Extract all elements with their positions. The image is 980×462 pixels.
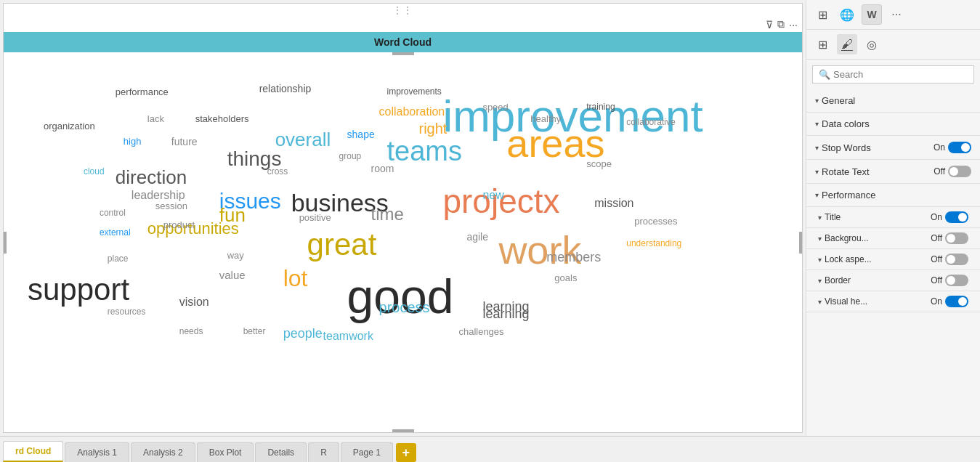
- border-toggle[interactable]: [945, 275, 968, 286]
- word-room[interactable]: room: [371, 163, 394, 174]
- tab-page-1[interactable]: Page 1: [341, 442, 393, 462]
- lock-aspect-toggle[interactable]: [945, 254, 968, 265]
- word-external[interactable]: external: [100, 227, 131, 238]
- drag-handle[interactable]: ⋮⋮: [4, 4, 802, 17]
- visual-header-toggle[interactable]: [945, 296, 968, 307]
- word-time[interactable]: time: [371, 204, 404, 224]
- search-box[interactable]: 🔍: [812, 65, 974, 84]
- word-support[interactable]: support: [28, 272, 129, 307]
- word-goals[interactable]: goals: [554, 272, 577, 283]
- word-shape[interactable]: shape: [347, 129, 375, 140]
- word-people[interactable]: people: [283, 326, 323, 341]
- word-speed[interactable]: speed: [482, 102, 508, 113]
- filter-icon[interactable]: ⊽: [766, 19, 773, 31]
- word-scope[interactable]: scope: [586, 158, 612, 169]
- focus-mode-icon[interactable]: ⧉: [777, 18, 785, 31]
- word-better[interactable]: better: [243, 326, 266, 336]
- word-learning[interactable]: learning: [482, 299, 529, 315]
- chevron-icon: ▾: [818, 277, 822, 285]
- globe-icon[interactable]: 🌐: [837, 4, 857, 25]
- lock-aspect-label: Lock aspe...: [825, 254, 872, 264]
- search-input[interactable]: [833, 69, 968, 80]
- rotate-text-toggle[interactable]: [948, 166, 971, 177]
- word-needs[interactable]: needs: [179, 326, 203, 336]
- format-icon[interactable]: 🖌: [837, 34, 857, 54]
- word-new[interactable]: new: [482, 189, 503, 202]
- word-way[interactable]: way: [227, 250, 244, 261]
- section-data-colors-header[interactable]: ▾ Data colors: [806, 113, 980, 135]
- stop-words-toggle[interactable]: [948, 142, 971, 153]
- section-background: ▾ Backgrou... Off: [806, 228, 980, 249]
- word-collaboration[interactable]: collaboration: [379, 105, 445, 118]
- word-improvements[interactable]: improvements: [387, 86, 442, 97]
- rotate-text-thumb: [949, 167, 958, 176]
- word-resources[interactable]: resources: [108, 307, 146, 317]
- section-stop-words-label: Stop Words: [822, 142, 871, 153]
- word-lot[interactable]: lot: [283, 265, 308, 292]
- word-teams[interactable]: teams: [387, 136, 462, 167]
- word-cross[interactable]: cross: [267, 166, 288, 177]
- word-understanding[interactable]: understanding: [626, 238, 681, 248]
- word-process[interactable]: process: [379, 299, 430, 316]
- word-challenges[interactable]: challenges: [458, 326, 503, 337]
- more-options-icon[interactable]: ···: [789, 19, 798, 31]
- word-value[interactable]: value: [219, 269, 246, 281]
- analytics-icon[interactable]: ◎: [862, 34, 882, 54]
- word-group[interactable]: group: [339, 151, 362, 161]
- w-icon[interactable]: W: [862, 4, 882, 25]
- section-performance-header[interactable]: ▾ Performance: [806, 184, 980, 206]
- word-product[interactable]: product: [163, 219, 195, 230]
- word-overall[interactable]: overall: [275, 129, 331, 151]
- word-vision[interactable]: vision: [179, 296, 209, 309]
- table-view-icon[interactable]: ⊞: [812, 4, 833, 25]
- tab-analysis-2[interactable]: Analysis 2: [131, 442, 195, 462]
- word-great[interactable]: great: [307, 227, 377, 262]
- title-toggle[interactable]: [945, 211, 968, 223]
- resize-bottom[interactable]: [392, 429, 414, 432]
- word-control[interactable]: control: [100, 208, 126, 218]
- tab-analysis-1[interactable]: Analysis 1: [65, 442, 129, 462]
- word-lack[interactable]: lack: [147, 113, 164, 124]
- fields-icon[interactable]: ⊞: [812, 34, 833, 54]
- word-mission[interactable]: mission: [594, 197, 633, 210]
- resize-top[interactable]: [392, 52, 414, 55]
- section-rotate-text-header[interactable]: ▾ Rotate Text Off: [806, 160, 980, 183]
- chevron-icon: ▾: [815, 97, 819, 105]
- word-high[interactable]: high: [123, 136, 142, 147]
- section-data-colors: ▾ Data colors: [806, 113, 980, 136]
- word-fun[interactable]: fun: [219, 204, 246, 227]
- word-collaborative[interactable]: collaborative: [626, 117, 675, 127]
- chevron-icon: ▾: [815, 168, 819, 176]
- word-healthy[interactable]: healthy: [530, 113, 561, 124]
- word-future[interactable]: future: [171, 136, 198, 147]
- panel-icons-row2: ⊞ 🖌 ◎: [806, 30, 980, 60]
- word-direction[interactable]: direction: [116, 166, 187, 189]
- lock-aspect-thumb: [947, 255, 955, 264]
- word-cloud[interactable]: cloud: [84, 166, 105, 177]
- word-training[interactable]: training: [586, 102, 615, 112]
- resize-right[interactable]: [799, 232, 802, 254]
- word-stakeholders[interactable]: stakeholders: [195, 113, 249, 124]
- section-stop-words-header[interactable]: ▾ Stop Words On: [806, 136, 980, 159]
- tab-r[interactable]: R: [308, 442, 339, 462]
- word-organization[interactable]: organization: [44, 121, 95, 131]
- word-right[interactable]: right: [418, 121, 447, 137]
- word-teamwork[interactable]: teamwork: [323, 330, 373, 343]
- word-members[interactable]: members: [546, 250, 601, 265]
- tab-word-cloud[interactable]: rd Cloud: [3, 441, 63, 462]
- word-session[interactable]: session: [155, 200, 187, 211]
- background-toggle[interactable]: [945, 232, 968, 244]
- word-processes[interactable]: processes: [634, 216, 677, 227]
- word-place[interactable]: place: [108, 254, 129, 264]
- tab-details[interactable]: Details: [255, 442, 307, 462]
- more-icons[interactable]: ···: [886, 4, 907, 25]
- add-tab-button[interactable]: +: [396, 443, 416, 462]
- word-performance[interactable]: performance: [116, 86, 169, 97]
- word-agile[interactable]: agile: [466, 231, 488, 243]
- word-positive[interactable]: positive: [299, 212, 331, 223]
- section-general-header[interactable]: ▾ General: [806, 89, 980, 112]
- tab-box-plot[interactable]: Box Plot: [197, 442, 254, 462]
- word-cloud-panel: ⋮⋮ ⊽ ⧉ ··· Word Cloud improvementareaspr…: [3, 3, 803, 433]
- resize-left[interactable]: [4, 232, 7, 254]
- word-relationship[interactable]: relationship: [259, 83, 312, 94]
